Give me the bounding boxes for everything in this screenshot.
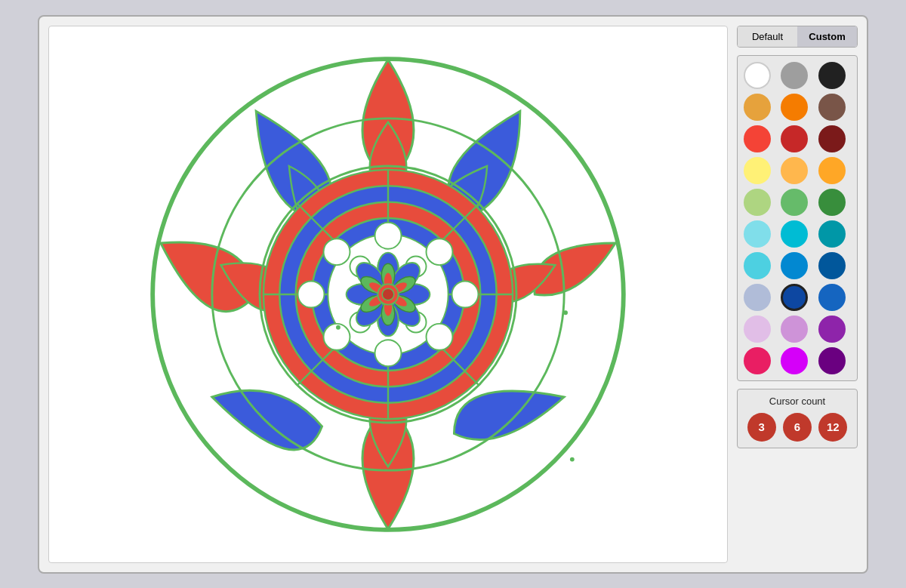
color-swatch-brown[interactable] [818, 94, 846, 121]
color-swatch-gray[interactable] [781, 62, 808, 89]
color-swatch-navy[interactable] [818, 252, 846, 279]
cursor-buttons: 3612 [744, 413, 851, 442]
color-swatch-red[interactable] [744, 125, 771, 152]
svg-point-25 [324, 239, 350, 265]
color-swatch-teal-blue[interactable] [781, 252, 808, 279]
color-swatch-magenta[interactable] [781, 347, 808, 374]
mandala-canvas[interactable] [131, 38, 645, 551]
color-swatch-white[interactable] [744, 62, 771, 89]
svg-point-20 [452, 281, 479, 307]
svg-point-22 [375, 340, 402, 366]
color-swatch-purple[interactable] [818, 316, 846, 343]
color-swatch-dark-green[interactable] [818, 189, 846, 216]
cursor-btn-3[interactable]: 3 [747, 413, 776, 442]
color-palette [737, 55, 858, 381]
color-swatch-yellow[interactable] [744, 157, 771, 184]
color-swatch-light-teal[interactable] [744, 252, 771, 279]
color-swatch-orange[interactable] [781, 94, 808, 121]
color-swatch-light-cyan[interactable] [744, 220, 771, 248]
svg-point-24 [298, 281, 325, 307]
color-swatch-light-orange[interactable] [744, 94, 771, 121]
sidebar: Default Custom Cursor count 3612 [737, 26, 858, 563]
color-swatch-cyan[interactable] [781, 220, 808, 248]
cursor-btn-6[interactable]: 6 [783, 413, 812, 442]
svg-point-58 [570, 457, 575, 461]
color-swatch-hot-pink[interactable] [744, 347, 771, 374]
color-swatch-light-blue-gray[interactable] [744, 284, 771, 311]
tab-custom[interactable]: Custom [797, 26, 857, 47]
svg-point-55 [382, 288, 394, 300]
svg-point-57 [563, 310, 568, 315]
color-swatch-blue[interactable] [818, 284, 846, 311]
color-swatch-dark-red[interactable] [781, 125, 808, 152]
color-swatch-maroon[interactable] [818, 125, 846, 152]
main-container: Default Custom Cursor count 3612 [38, 15, 868, 574]
svg-point-21 [427, 323, 453, 349]
color-swatch-lavender[interactable] [781, 316, 808, 343]
color-swatch-light-amber[interactable] [781, 157, 808, 184]
svg-point-56 [336, 325, 341, 329]
cursor-btn-12[interactable]: 12 [818, 413, 847, 442]
color-swatch-amber[interactable] [818, 157, 846, 184]
color-swatch-black[interactable] [818, 62, 846, 89]
color-swatch-light-green[interactable] [744, 189, 771, 216]
color-swatch-dark-cyan[interactable] [818, 220, 846, 248]
cursor-count-label: Cursor count [744, 396, 851, 407]
canvas-area [48, 26, 728, 563]
color-swatch-light-lavender[interactable] [744, 316, 771, 343]
tab-bar: Default Custom [737, 26, 858, 48]
color-swatch-dark-purple[interactable] [818, 347, 846, 374]
svg-point-19 [427, 239, 453, 265]
svg-point-18 [375, 222, 402, 248]
tab-default[interactable]: Default [738, 26, 797, 47]
color-swatch-green[interactable] [781, 189, 808, 216]
color-swatch-selected-blue[interactable] [781, 284, 808, 311]
cursor-count-section: Cursor count 3612 [737, 389, 858, 448]
